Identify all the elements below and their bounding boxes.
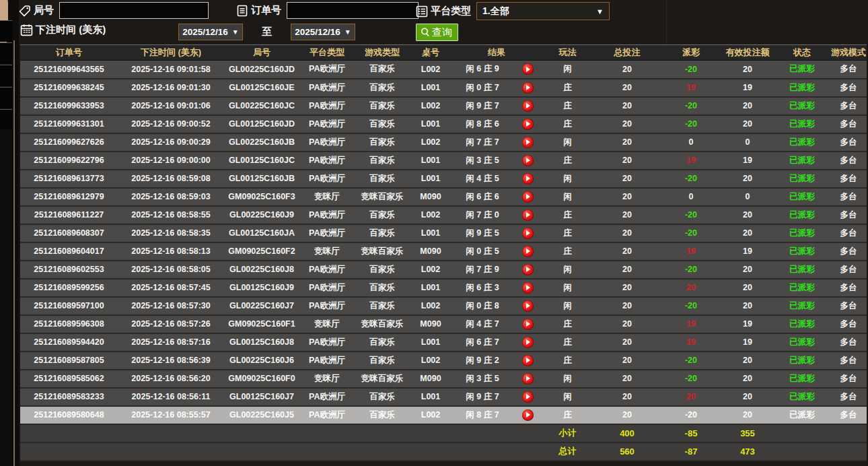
cell-bet-time: 2025-12-16 09:00:29 xyxy=(118,133,224,152)
header-game-mode[interactable]: 游戏模式 xyxy=(830,45,867,61)
header-bet-time[interactable]: 下注时间 (美东) xyxy=(118,45,224,61)
cell-bet-type: 庄 xyxy=(542,242,593,261)
cell-platform: 竞咪厅 xyxy=(299,242,355,261)
cell-order-no: 251216089608307 xyxy=(20,224,118,242)
cell-result: 闲 9 庄 5 xyxy=(451,224,513,242)
cell-bet-type: 闲 xyxy=(542,261,593,279)
cell-bet-type: 闲 xyxy=(542,61,593,79)
date-from-picker[interactable]: 2025/12/16 ▼ xyxy=(178,24,243,40)
platform-type-select[interactable]: 1.全部 ▼ xyxy=(476,2,610,20)
play-replay-icon[interactable] xyxy=(522,319,534,330)
cell-bet-type: 庄 xyxy=(542,406,593,424)
cell-total-bet: 20 xyxy=(593,261,661,279)
cell-game-type: 百家乐 xyxy=(355,333,410,352)
table-row[interactable]: 251216089613773 2025-12-16 08:59:08 GL00… xyxy=(20,170,867,188)
table-row[interactable]: 251216099631301 2025-12-16 09:00:52 GL00… xyxy=(20,115,867,133)
cell-valid-bet: 20 xyxy=(721,61,774,79)
table-row[interactable]: 251216089585062 2025-12-16 08:56:20 GM09… xyxy=(20,370,867,388)
table-row[interactable]: 251216089599256 2025-12-16 08:57:45 GL00… xyxy=(20,279,867,297)
header-payout[interactable]: 派彩 xyxy=(661,45,721,61)
table-row[interactable]: 251216089611227 2025-12-16 08:58:55 GL00… xyxy=(20,206,867,224)
cell-order-no: 251216089599256 xyxy=(20,279,118,297)
header-total-bet[interactable]: 总投注 xyxy=(593,45,661,61)
play-replay-icon[interactable] xyxy=(522,228,534,239)
header-round-no[interactable]: 局号 xyxy=(224,45,299,61)
play-replay-icon[interactable] xyxy=(522,137,534,148)
table-row[interactable]: 251216099638245 2025-12-16 09:01:30 GL00… xyxy=(20,79,867,97)
bet-time-label: 下注时间 (美东) xyxy=(36,24,106,36)
play-replay-icon[interactable] xyxy=(522,63,534,75)
cell-payout: -20 xyxy=(661,97,721,115)
cell-valid-bet: 19 xyxy=(721,242,774,261)
table-row[interactable]: 251216089587805 2025-12-16 08:56:39 GL00… xyxy=(20,352,867,370)
header-table-no[interactable]: 桌号 xyxy=(410,45,451,61)
cell-order-no: 251216089612979 xyxy=(20,188,118,206)
search-button[interactable]: 查询 xyxy=(416,24,458,41)
play-replay-icon[interactable] xyxy=(522,82,534,94)
table-row[interactable]: 251216089604017 2025-12-16 08:58:13 GM09… xyxy=(20,242,867,261)
play-replay-icon[interactable] xyxy=(522,355,534,366)
table-row[interactable]: 251216099627626 2025-12-16 09:00:29 GL00… xyxy=(20,133,867,152)
subtotal-label: 小计 xyxy=(542,424,593,442)
play-replay-icon[interactable] xyxy=(522,246,534,257)
cell-round-no: GL00125C160J7 xyxy=(224,388,299,406)
header-valid-bet[interactable]: 有效投注额 xyxy=(721,45,774,61)
round-no-input[interactable] xyxy=(59,2,209,19)
table-row[interactable]: 251216099633953 2025-12-16 09:01:06 GL00… xyxy=(20,97,867,115)
play-replay-icon[interactable] xyxy=(522,191,534,203)
table-row[interactable]: 251216089594420 2025-12-16 08:57:16 GL00… xyxy=(20,333,867,352)
cell-game-type: 百家乐 xyxy=(355,261,410,279)
cell-payout: 19 xyxy=(661,333,721,352)
cell-status: 已派彩 xyxy=(774,133,830,152)
cell-payout: -20 xyxy=(661,224,721,242)
header-game-type[interactable]: 游戏类型 xyxy=(355,45,410,61)
cell-round-no: GL00125C160JA xyxy=(224,224,299,242)
play-replay-icon[interactable] xyxy=(522,282,534,294)
table-row[interactable]: 251216099643565 2025-12-16 09:01:58 GL00… xyxy=(20,61,867,79)
cell-game-mode: 多台 xyxy=(830,297,867,315)
cell-total-bet: 20 xyxy=(593,152,661,170)
play-replay-icon[interactable] xyxy=(522,391,534,403)
play-replay-icon[interactable] xyxy=(522,264,534,275)
table-row[interactable]: 251216089612979 2025-12-16 08:59:03 GM09… xyxy=(20,188,867,206)
order-no-label: 订单号 xyxy=(251,4,281,17)
cell-payout: -20 xyxy=(661,297,721,315)
table-row[interactable]: 251216099622796 2025-12-16 09:00:00 GL00… xyxy=(20,152,867,170)
cell-result: 闲 9 庄 7 xyxy=(451,97,513,115)
table-row[interactable]: 251216089580648 2025-12-16 08:55:57 GL00… xyxy=(20,406,867,424)
cell-table-no: L001 xyxy=(410,224,451,242)
header-bet-type[interactable]: 玩法 xyxy=(542,45,593,61)
play-replay-icon[interactable] xyxy=(522,373,534,385)
header-result[interactable]: 结果 xyxy=(451,45,542,61)
play-replay-icon[interactable] xyxy=(522,337,534,348)
play-replay-icon[interactable] xyxy=(522,300,534,312)
play-replay-icon[interactable] xyxy=(522,209,534,221)
order-no-input[interactable] xyxy=(287,2,419,19)
table-row[interactable]: 251216089583233 2025-12-16 08:56:11 GL00… xyxy=(20,388,867,406)
play-replay-icon[interactable] xyxy=(522,409,534,421)
tag-icon xyxy=(19,5,31,17)
play-replay-icon[interactable] xyxy=(522,119,534,130)
cell-table-no: L002 xyxy=(410,61,451,79)
cell-bet-type: 闲 xyxy=(542,297,593,315)
cell-total-bet: 20 xyxy=(593,297,661,315)
cell-table-no: L002 xyxy=(410,206,451,224)
cell-game-mode: 多台 xyxy=(830,279,867,297)
play-replay-icon[interactable] xyxy=(522,173,534,185)
cell-game-type: 百家乐 xyxy=(355,352,410,370)
table-row[interactable]: 251216089597100 2025-12-16 08:57:30 GL00… xyxy=(20,297,867,315)
cell-status: 已派彩 xyxy=(774,97,830,115)
header-platform[interactable]: 平台类型 xyxy=(299,45,355,61)
header-order-no[interactable]: 订单号 xyxy=(20,45,118,61)
date-to-value: 2025/12/16 xyxy=(295,27,340,37)
play-replay-icon[interactable] xyxy=(522,155,534,166)
background-cell xyxy=(0,65,12,86)
date-to-picker[interactable]: 2025/12/16 ▼ xyxy=(291,24,355,40)
cell-result: 闲 9 庄 7 xyxy=(451,388,513,406)
table-row[interactable]: 251216089596308 2025-12-16 08:57:26 GM09… xyxy=(20,315,867,333)
header-status[interactable]: 状态 xyxy=(774,45,830,61)
table-row[interactable]: 251216089602553 2025-12-16 08:58:05 GL00… xyxy=(20,261,867,279)
play-replay-icon[interactable] xyxy=(522,100,534,112)
cell-payout: 19 xyxy=(661,152,721,170)
table-row[interactable]: 251216089608307 2025-12-16 08:58:35 GL00… xyxy=(20,224,867,242)
